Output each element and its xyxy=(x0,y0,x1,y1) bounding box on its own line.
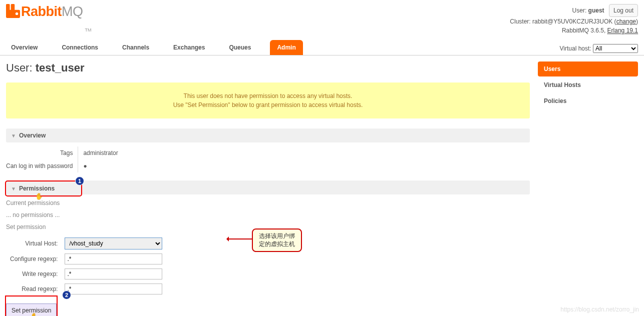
annotation-badge-1: 1 xyxy=(75,176,84,186)
svg-point-3 xyxy=(16,12,18,15)
annotation-callout: 选择该用户绑定的虚拟主机 xyxy=(252,228,302,252)
vhost-select[interactable]: All xyxy=(593,44,638,53)
current-user: guest xyxy=(588,7,604,14)
tab-channels[interactable]: Channels xyxy=(117,40,154,55)
section-overview-header[interactable]: ▼ Overview xyxy=(6,128,530,142)
tab-admin[interactable]: Admin xyxy=(270,40,302,55)
read-label: Read regexp: xyxy=(6,282,62,296)
sidebar-item-users[interactable]: Users xyxy=(538,62,638,76)
vhost-selector-wrap: Virtual host: All xyxy=(560,44,638,55)
sidebar-item-vhosts[interactable]: Virtual Hosts xyxy=(538,78,638,92)
read-input[interactable] xyxy=(65,284,162,294)
login-label: Can log in with password xyxy=(6,160,78,172)
cluster-name: rabbit@Y5UV0KCZURJ3UOK xyxy=(532,18,612,25)
trademark: TM xyxy=(85,28,92,32)
tags-label: Tags xyxy=(6,146,78,160)
write-label: Write regexp: xyxy=(6,266,62,282)
main-tabs: Overview Connections Channels Exchanges … xyxy=(6,40,303,55)
logo-text: RabbitMQ xyxy=(21,4,83,20)
vhost-field-label: Virtual Host: xyxy=(6,236,62,252)
change-cluster-link[interactable]: change xyxy=(616,18,636,25)
write-input[interactable] xyxy=(65,268,162,280)
vhost-field[interactable]: /vhost_study xyxy=(65,238,162,250)
cursor-icon: ✋ xyxy=(30,312,38,316)
tab-connections[interactable]: Connections xyxy=(57,40,103,55)
configure-input[interactable] xyxy=(65,254,162,264)
chevron-down-icon: ▼ xyxy=(11,133,16,138)
section-permissions-bg xyxy=(6,180,530,194)
overview-table: Tagsadministrator Can log in with passwo… xyxy=(6,146,123,172)
warning-banner: This user does not have permission to ac… xyxy=(6,82,530,118)
logo: RabbitMQ TM xyxy=(6,4,92,35)
tab-queues[interactable]: Queues xyxy=(224,40,256,55)
tab-exchanges[interactable]: Exchanges xyxy=(168,40,210,55)
admin-sidebar: Users Virtual Hosts Policies xyxy=(538,62,638,316)
page-title: User: test_user xyxy=(6,62,530,74)
chevron-down-icon: ▼ xyxy=(11,186,16,192)
logout-button[interactable]: Log out xyxy=(609,4,638,17)
annotation-arrow xyxy=(227,238,252,240)
erlang-version[interactable]: Erlang 19.1 xyxy=(607,27,638,34)
watermark: https://blog.csdn.net/zorro_jin xyxy=(560,306,639,313)
section-permissions-header[interactable]: ▼ Permissions xyxy=(6,182,81,196)
cursor-icon: ✋ xyxy=(35,192,43,200)
sidebar-item-policies[interactable]: Policies xyxy=(538,94,638,108)
permission-form: Virtual Host: /vhost_study 选择该用户绑定的虚拟主机 … xyxy=(6,236,165,296)
header-info: User: guest Log out Cluster: rabbit@Y5UV… xyxy=(510,4,638,35)
login-value: ● xyxy=(78,160,123,172)
tags-value: administrator xyxy=(78,146,123,160)
rabbitmq-icon xyxy=(6,4,20,18)
tab-overview[interactable]: Overview xyxy=(6,40,43,55)
current-permissions-label: Current permissions xyxy=(6,200,530,206)
annotation-badge-2: 2 xyxy=(62,290,71,300)
no-permissions-text: ... no permissions ... xyxy=(6,212,530,218)
configure-label: Configure regexp: xyxy=(6,252,62,266)
